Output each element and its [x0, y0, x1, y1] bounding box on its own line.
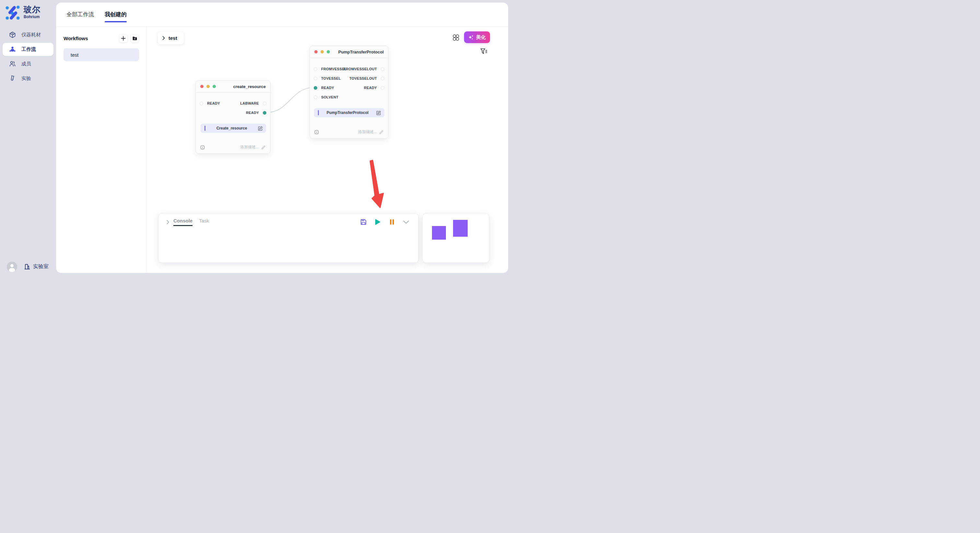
edit-icon[interactable] — [258, 126, 263, 131]
sidebar-item-experiments[interactable]: 实验 — [3, 71, 54, 86]
avatar-person-icon — [7, 262, 17, 272]
node-create-resource[interactable]: create_resource READY LABWARE READY Crea… — [196, 80, 270, 154]
brand-logo: 玻尔 Bohrium — [5, 5, 40, 20]
input-port[interactable] — [314, 95, 317, 99]
bohrium-logo-icon — [5, 5, 20, 20]
console-panel: Console Task — [158, 213, 419, 263]
port-row: LABWARE — [196, 101, 270, 106]
console-expand-icon[interactable] — [167, 220, 169, 224]
workflow-tabbar: 全部工作流 我创建的 — [56, 3, 508, 27]
dot-red — [200, 85, 204, 88]
port-row: FROMVESSELOUT — [310, 67, 388, 71]
node-header: create_resource — [196, 81, 270, 93]
minimap-node — [453, 220, 468, 237]
action-label: Create_resource — [205, 126, 258, 130]
package-icon — [9, 32, 16, 38]
port-label: READY — [246, 111, 259, 115]
import-workflow-button[interactable] — [130, 34, 139, 43]
run-button[interactable] — [374, 219, 381, 225]
traffic-dots — [200, 85, 216, 88]
sidebar-item-workflow[interactable]: 工作流 — [3, 43, 54, 56]
chevron-down-icon — [403, 220, 409, 224]
pause-icon — [390, 219, 395, 225]
sidebar-nav: 仪器耗材 工作流 成员 — [3, 27, 54, 86]
tab-console[interactable]: Console — [173, 218, 192, 226]
port-row: READY — [310, 85, 388, 90]
command-palette-icon[interactable] — [452, 34, 460, 41]
collapse-panel-button[interactable] — [403, 219, 409, 225]
brand-name: 玻尔 — [24, 5, 40, 14]
breadcrumb[interactable]: test — [158, 32, 184, 44]
pencil-icon[interactable] — [261, 145, 266, 150]
workspace-switcher[interactable]: 实验室 — [24, 263, 49, 270]
tab-all-workflows[interactable]: 全部工作流 — [67, 11, 94, 19]
chevron-right-icon — [162, 36, 165, 40]
edit-icon[interactable] — [376, 110, 381, 115]
description-placeholder[interactable]: 添加描述... — [358, 129, 377, 135]
node-action-pill[interactable]: Create_resource — [200, 124, 266, 133]
output-port[interactable] — [263, 102, 266, 105]
sidebar-item-label: 仪器耗材 — [21, 32, 41, 38]
output-port[interactable] — [381, 86, 384, 90]
sidebar-footer: 实验室 — [0, 262, 56, 273]
sidebar-item-label: 工作流 — [21, 46, 36, 52]
dot-green — [327, 50, 330, 54]
node-header: PumpTransferProtocol — [310, 46, 388, 58]
node-title: PumpTransferProtocol — [338, 49, 384, 54]
dot-yellow — [320, 50, 324, 54]
beautify-label: 美化 — [476, 34, 486, 40]
filter-icon[interactable] — [480, 48, 487, 55]
node-footer: 添加描述... — [314, 129, 384, 135]
plus-icon — [121, 36, 126, 41]
description-placeholder[interactable]: 添加描述... — [240, 144, 259, 150]
lab-building-icon — [24, 263, 30, 270]
pencil-icon[interactable] — [379, 130, 384, 134]
node-footer: 添加描述... — [200, 144, 266, 150]
workflow-canvas[interactable]: test 美化 cr — [147, 27, 508, 273]
info-icon[interactable] — [314, 130, 319, 134]
test-tube-icon — [9, 75, 16, 82]
port-label: FROMVESSELOUT — [344, 67, 377, 71]
output-port-connected[interactable] — [263, 111, 266, 115]
sparkles-icon — [468, 35, 474, 40]
port-row: READY — [196, 110, 270, 115]
node-pump-transfer-protocol[interactable]: PumpTransferProtocol FROMVESSEL FROMVESS… — [310, 46, 388, 139]
port-label: READY — [364, 86, 377, 90]
console-header: Console Task — [159, 213, 418, 226]
breadcrumb-label: test — [169, 35, 177, 41]
workflows-panel: Workflows test — [56, 27, 147, 273]
avatar[interactable] — [7, 262, 17, 272]
folder-import-icon — [132, 36, 137, 41]
tab-task[interactable]: Task — [199, 218, 209, 226]
console-actions — [360, 219, 412, 225]
save-button[interactable] — [360, 219, 366, 225]
traffic-dots — [314, 50, 330, 54]
output-port[interactable] — [381, 77, 384, 80]
members-icon — [9, 60, 16, 67]
sidebar-item-members[interactable]: 成员 — [3, 57, 54, 71]
brand-subtitle: Bohrium — [24, 14, 40, 19]
workflows-title: Workflows — [64, 36, 88, 41]
dot-green — [213, 85, 216, 88]
pause-button[interactable] — [388, 219, 395, 225]
port-row: TOVESSELOUT — [310, 76, 388, 81]
output-port[interactable] — [381, 67, 384, 71]
info-icon[interactable] — [200, 145, 205, 150]
port-row: SOLVENT — [310, 95, 388, 100]
workspace-label: 实验室 — [33, 263, 49, 270]
sidebar: 玻尔 Bohrium 仪器耗材 工作流 — [0, 0, 56, 276]
add-workflow-button[interactable] — [119, 34, 128, 43]
node-title: create_resource — [233, 84, 266, 89]
action-label: PumpTransferProtocol — [319, 110, 376, 115]
sidebar-item-instruments[interactable]: 仪器耗材 — [3, 27, 54, 42]
node-action-pill[interactable]: PumpTransferProtocol — [314, 108, 384, 117]
port-label: TOVESSELOUT — [349, 76, 377, 80]
main-surface: 全部工作流 我创建的 Workflows test — [56, 3, 508, 273]
workflow-list-item[interactable]: test — [64, 48, 139, 61]
sidebar-item-label: 实验 — [21, 75, 31, 82]
port-label: SOLVENT — [321, 95, 338, 99]
workflow-people-icon — [9, 46, 16, 53]
tab-created-by-me[interactable]: 我创建的 — [105, 11, 127, 19]
minimap[interactable] — [422, 213, 489, 263]
beautify-button[interactable]: 美化 — [464, 32, 490, 43]
